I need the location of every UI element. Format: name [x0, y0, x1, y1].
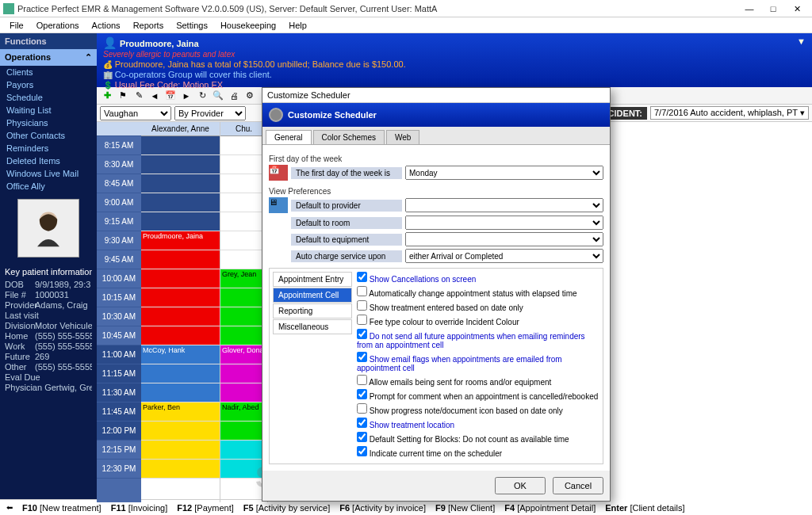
edit-icon[interactable]: ✎: [132, 89, 146, 103]
time-slot: 11:00 AM: [97, 345, 141, 364]
flag-icon[interactable]: ⚑: [116, 89, 130, 103]
cancel-button[interactable]: Cancel: [553, 477, 603, 494]
appointment-cell[interactable]: Grey, Jean: [220, 269, 267, 288]
status-hint: F10 [New treatment]: [22, 503, 102, 513]
collapse-icon: ⌃: [85, 52, 92, 63]
sidebar-item-schedule[interactable]: Schedule: [0, 91, 97, 104]
view-select[interactable]: By Provider: [174, 106, 246, 120]
location-select[interactable]: Vaughan: [100, 106, 171, 120]
dialog-tabs: GeneralColor SchemesWeb: [262, 127, 610, 145]
option-checkbox[interactable]: [357, 329, 367, 339]
prev-icon[interactable]: ◄: [147, 89, 162, 103]
option-checkbox[interactable]: [357, 272, 367, 282]
sidebar-item-deleted-items[interactable]: Deleted Items: [0, 154, 97, 167]
calendar-icon: 📅: [269, 165, 288, 181]
nav-appointment-entry[interactable]: Appointment Entry: [273, 272, 352, 287]
sidebar-item-other-contacts[interactable]: Other Contacts: [0, 129, 97, 142]
sidebar-section-title[interactable]: Operations ⌃: [0, 49, 97, 66]
menu-housekeeping[interactable]: Housekeeping: [214, 19, 282, 32]
sidebar-item-payors[interactable]: Payors: [0, 78, 97, 91]
option-checkbox[interactable]: [357, 375, 367, 385]
option-checkbox[interactable]: [357, 300, 367, 311]
menu-help[interactable]: Help: [282, 19, 313, 32]
time-slot: 10:30 AM: [97, 307, 141, 326]
option-checkbox[interactable]: [357, 286, 367, 296]
time-slot: 11:30 AM: [97, 383, 141, 402]
status-hint: F5 [Activity by service]: [243, 503, 330, 513]
sidebar-item-windows-live-mail[interactable]: Windows Live Mail: [0, 167, 97, 180]
appointment-cell[interactable]: Proudmoore, Jaina: [141, 231, 220, 250]
option-checkbox[interactable]: [357, 403, 367, 414]
option-checkbox[interactable]: [357, 418, 367, 428]
menu-actions[interactable]: Actions: [86, 19, 127, 32]
pref-select[interactable]: [405, 216, 603, 230]
patient-photo: [17, 199, 79, 258]
monitor-icon: 🖥: [269, 197, 288, 213]
appointment-cell[interactable]: Parker, Ben: [141, 402, 220, 422]
time-slot: 12:30 PM: [97, 460, 141, 479]
appointment-cell[interactable]: Glover, Donal: [220, 345, 267, 364]
tab-web[interactable]: Web: [386, 130, 419, 144]
minimize-button[interactable]: —: [737, 2, 761, 16]
time-slot: 9:00 AM: [97, 193, 141, 212]
sidebar-item-clients[interactable]: Clients: [0, 66, 97, 78]
nav-reporting[interactable]: Reporting: [273, 303, 352, 319]
menu-operations[interactable]: Operations: [30, 19, 86, 32]
menu-file[interactable]: File: [3, 19, 30, 32]
option-checkbox[interactable]: [357, 432, 367, 442]
settings-icon[interactable]: ⚙: [243, 89, 257, 103]
status-hint: F11 [Invoicing]: [111, 503, 168, 513]
sidebar-item-waiting-list[interactable]: Waiting List: [0, 104, 97, 116]
add-icon[interactable]: ✚: [100, 89, 114, 103]
dialog-nav: Appointment EntryAppointment CellReporti…: [273, 272, 352, 460]
window-titlebar: Practice Perfect EMR & Management Softwa…: [0, 0, 812, 17]
appointment-cell[interactable]: McCoy, Hank: [141, 345, 220, 364]
pref-select[interactable]: [405, 232, 603, 246]
time-slot: 8:45 AM: [97, 174, 141, 193]
patient-info-panel: Key patient information: DOB9/9/1989, 29…: [0, 264, 97, 396]
menu-reports[interactable]: Reports: [127, 19, 170, 32]
print-icon[interactable]: 🖨: [227, 89, 241, 103]
window-title: Practice Perfect EMR & Management Softwa…: [17, 4, 737, 13]
pref-select[interactable]: [405, 198, 603, 212]
time-slot: 11:45 AM: [97, 402, 141, 422]
option-checkbox[interactable]: [357, 446, 367, 456]
provider-column-2[interactable]: Chu. Grey, Jean Glover, Donal Nadir, Abe…: [220, 122, 268, 502]
time-slot: 10:00 AM: [97, 269, 141, 288]
time-slot: 10:45 AM: [97, 326, 141, 345]
refresh-icon[interactable]: ↻: [195, 89, 209, 103]
incident-select[interactable]: 7/7/2016 Auto accident, whiplash, PT ▾: [650, 106, 809, 120]
option-checkbox[interactable]: [357, 389, 367, 399]
tab-general[interactable]: General: [266, 130, 312, 144]
nav-appointment-cell[interactable]: Appointment Cell: [273, 288, 352, 303]
pref-select[interactable]: either Arrival or Completed: [405, 249, 603, 263]
sidebar-item-reminders[interactable]: Reminders: [0, 142, 97, 154]
dialog-titlebar: Customize Scheduler: [262, 88, 610, 103]
time-column: 8:15 AM8:30 AM8:45 AM9:00 AM9:15 AM9:30 …: [97, 122, 141, 502]
tab-color-schemes[interactable]: Color Schemes: [313, 130, 385, 144]
menu-settings[interactable]: Settings: [170, 19, 214, 32]
close-button[interactable]: ✕: [785, 2, 809, 16]
time-slot: 10:15 AM: [97, 288, 141, 307]
customize-scheduler-dialog: Customize Scheduler Customize Scheduler …: [262, 87, 611, 502]
provider-column-1[interactable]: Alexander, Anne Proudmoore, Jaina McCoy,…: [141, 122, 220, 502]
first-day-select[interactable]: Monday: [405, 166, 603, 180]
status-hint: Enter [Client details]: [605, 503, 684, 513]
time-slot: 8:15 AM: [97, 136, 141, 155]
calendar-icon[interactable]: 📅: [163, 89, 178, 103]
nav-miscellaneous[interactable]: Miscellaneous: [273, 319, 352, 334]
sidebar-header: Functions: [0, 33, 97, 49]
app-icon: [3, 3, 14, 14]
appointment-cell[interactable]: Nadir, Abed: [220, 402, 267, 422]
next-icon[interactable]: ►: [179, 89, 193, 103]
option-checkbox[interactable]: [357, 352, 367, 362]
sidebar-item-office-ally[interactable]: Office Ally: [0, 180, 97, 193]
sidebar-item-physicians[interactable]: Physicians: [0, 116, 97, 129]
time-slot: 12:00 PM: [97, 422, 141, 441]
time-slot: 11:15 AM: [97, 364, 141, 383]
option-checkbox[interactable]: [357, 315, 367, 325]
dialog-banner: Customize Scheduler: [262, 103, 610, 127]
search-icon[interactable]: 🔍: [211, 89, 225, 103]
ok-button[interactable]: OK: [495, 477, 546, 494]
maximize-button[interactable]: □: [761, 2, 785, 16]
